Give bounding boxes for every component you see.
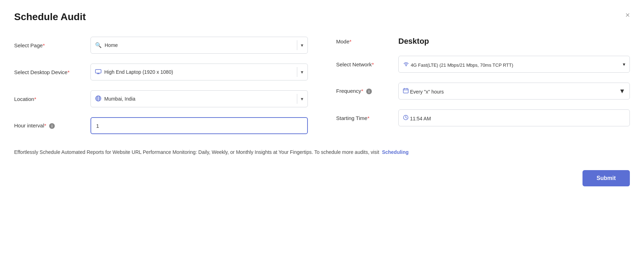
search-icon: 🔍 [95,42,102,48]
network-icon [403,62,411,68]
frequency-value: Every "x" hours [410,89,444,95]
select-device-dropdown[interactable]: High End Laptop (1920 x 1080) ▾ [90,64,308,80]
mode-value: Desktop [398,37,429,46]
mode-row: Mode* Desktop [336,37,630,46]
monitor-icon [95,69,101,75]
select-page-dropdown[interactable]: 🔍 Home ▾ [90,37,308,54]
calendar-icon [403,89,410,95]
submit-button[interactable]: Submit [582,170,630,186]
svg-rect-0 [95,70,101,73]
mode-label: Mode* [336,38,393,44]
select-page-row: Select Page* 🔍 Home ▾ [14,37,308,54]
chevron-down-icon: ▾ [301,69,303,75]
separator [297,67,297,77]
frequency-label: Frequency* i [336,88,393,95]
starting-time-value: 11:54 AM [410,116,431,121]
location-dropdown[interactable]: Mumbai, India ▾ [90,90,308,107]
globe-icon [95,95,101,103]
clock-icon [403,116,410,121]
left-column: Select Page* 🔍 Home ▾ Select Desktop D [14,37,308,134]
info-icon: i [366,89,372,94]
chevron-down-icon: ▾ [301,96,303,102]
info-icon: i [49,123,55,129]
scheduling-link[interactable]: Scheduling [382,149,409,155]
select-network-row: Select Network* [336,56,630,73]
form-grid: Select Page* 🔍 Home ▾ Select Desktop D [14,37,630,134]
svg-point-8 [406,66,406,66]
hour-interval-row: Hour interval* i [14,117,308,134]
right-column: Mode* Desktop Select Network* [336,37,630,134]
modal-header: Schedule Audit × [14,11,630,23]
chevron-down-icon: ▼ [619,88,625,95]
close-button[interactable]: × [625,11,630,19]
select-device-value: High End Laptop (1920 x 1080) [104,69,173,75]
select-device-label: Select Desktop Device* [14,69,85,75]
location-label: Location* [14,96,85,102]
hour-interval-label: Hour interval* i [14,122,85,129]
select-network-value: 4G Fast(LTE) (21 Mbps/21 Mbps, 70ms TCP … [411,62,513,68]
location-row: Location* Mumbai, [14,90,308,107]
separator [297,40,297,50]
footer-text-before: Effortlessly Schedule Automated Reports … [14,149,379,155]
chevron-down-icon: ▾ [623,61,625,67]
starting-time-field[interactable]: 11:54 AM [398,109,630,126]
hour-interval-input[interactable] [90,117,308,134]
svg-line-15 [406,118,407,118]
select-network-label: Select Network* [336,61,393,67]
modal-title: Schedule Audit [14,11,86,23]
schedule-audit-modal: Schedule Audit × Select Page* 🔍 Home ▾ [0,0,644,276]
select-device-row: Select Desktop Device* High End Laptop (… [14,64,308,80]
svg-rect-9 [403,89,408,93]
select-page-value: Home [105,42,118,48]
location-value: Mumbai, India [104,96,135,102]
select-page-label: Select Page* [14,42,85,48]
footer-text: Effortlessly Schedule Automated Reports … [14,148,580,156]
starting-time-row: Starting Time* 11:54 AM [336,109,630,126]
starting-time-label: Starting Time* [336,115,393,121]
chevron-down-icon: ▾ [301,42,303,48]
select-network-dropdown[interactable]: 4G Fast(LTE) (21 Mbps/21 Mbps, 70ms TCP … [398,56,630,73]
frequency-row: Frequency* i Every "x" ho [336,83,630,100]
frequency-dropdown[interactable]: Every "x" hours ▼ [398,83,630,100]
separator [297,94,297,104]
submit-row: Submit [14,170,630,186]
